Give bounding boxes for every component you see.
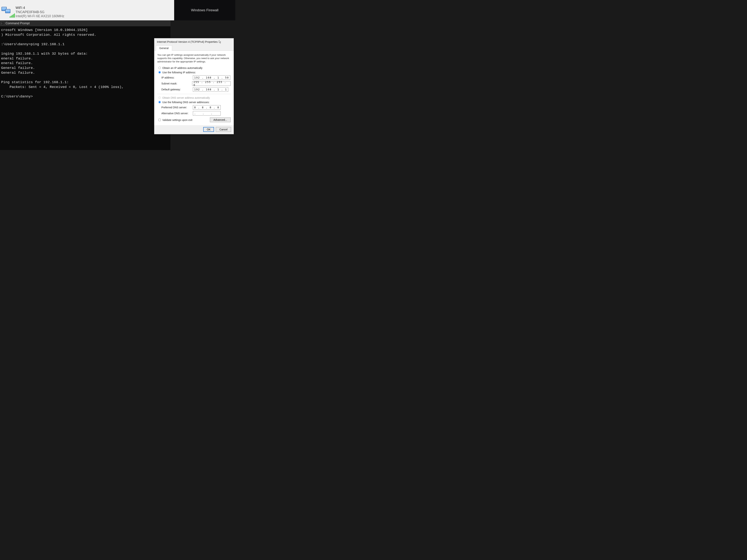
network-adapter-info[interactable]: WiFi 4 TNCAPE0F84B-5G Intel(R) Wi-Fi 6E … [16, 6, 64, 18]
input-ip-address[interactable]: 192 . 168 . 1 . 50 [193, 75, 230, 80]
adapter-name: WiFi 4 [16, 6, 64, 10]
input-default-gateway[interactable]: 192 . 168 . 1 . 1 [193, 87, 228, 92]
field-ip-address: IP address: 192 . 168 . 1 . 50 [161, 75, 231, 80]
field-preferred-dns: Preferred DNS server: 8 . 8 . 8 . 8 [161, 105, 231, 110]
field-subnet-mask: Subnet mask: 255 . 255 . 255 . 0 [161, 81, 231, 86]
field-alternative-dns: Alternative DNS server: . . . [161, 111, 231, 115]
dialog-button-row: OK Cancel [154, 125, 234, 134]
firewall-label: Windows Firewall [191, 8, 218, 12]
radio-use-ip[interactable] [158, 71, 161, 74]
radio-use-dns[interactable] [158, 101, 161, 103]
command-prompt-title: Command Prompt [5, 22, 30, 25]
ok-button[interactable]: OK [203, 127, 214, 132]
radio-obtain-ip-label: Obtain an IP address automatically [162, 66, 203, 70]
advanced-button[interactable]: Advanced... [210, 117, 231, 122]
radio-use-ip-label: Use the following IP address: [162, 71, 196, 74]
checkbox-validate-label: Validate settings upon exit [162, 118, 192, 122]
label-mask: Subnet mask: [161, 82, 192, 85]
input-subnet-mask[interactable]: 255 . 255 . 255 . 0 [192, 81, 231, 86]
radio-obtain-ip-row[interactable]: Obtain an IP address automatically [157, 66, 231, 70]
label-alternative-dns: Alternative DNS server: [161, 112, 193, 115]
label-ip: IP address: [161, 76, 193, 79]
ipv4-general-panel: You can get IP settings assigned automat… [154, 51, 234, 125]
command-prompt-titlebar[interactable]: c: Command Prompt [0, 20, 171, 26]
ipv4-tabstrip: General [154, 45, 234, 51]
radio-obtain-dns-row: Obtain DNS server address automatically [157, 96, 231, 99]
ipv4-properties-dialog[interactable]: Internet Protocol Version 4 (TCP/IPv4) P… [154, 38, 234, 134]
radio-obtain-ip[interactable] [158, 67, 161, 69]
label-gateway: Default gateway: [161, 88, 193, 91]
radio-use-dns-row[interactable]: Use the following DNS server addresses: [157, 101, 231, 104]
ipv4-description: You can get IP settings assigned automat… [157, 53, 231, 63]
command-prompt-window[interactable]: c: Command Prompt crosoft Windows [Versi… [0, 20, 171, 150]
firewall-panel-label[interactable]: Windows Firewall [174, 0, 235, 20]
cursor-icon [219, 41, 222, 44]
command-prompt-output[interactable]: crosoft Windows [Version 10.0.19044.1526… [0, 26, 171, 101]
adapter-model: Intel(R) Wi-Fi 6E AX210 160MHz [16, 14, 64, 18]
field-default-gateway: Default gateway: 192 . 168 . 1 . 1 [161, 87, 231, 92]
cancel-button[interactable]: Cancel [216, 127, 231, 132]
cmd-icon: c: [1, 22, 4, 25]
checkbox-validate[interactable] [158, 119, 161, 121]
radio-use-ip-row[interactable]: Use the following IP address: [157, 71, 231, 74]
divider [157, 94, 231, 94]
adapter-ssid: TNCAPE0F84B-5G [16, 10, 64, 14]
label-preferred-dns: Preferred DNS server: [161, 106, 193, 109]
radio-use-dns-label: Use the following DNS server addresses: [162, 101, 209, 104]
ipv4-title-text: Internet Protocol Version 4 (TCP/IPv4) P… [157, 40, 218, 43]
input-alternative-dns[interactable]: . . . [193, 111, 221, 115]
radio-obtain-dns-label: Obtain DNS server address automatically [162, 96, 210, 99]
tab-general[interactable]: General [156, 45, 172, 51]
input-preferred-dns[interactable]: 8 . 8 . 8 . 8 [193, 105, 221, 110]
wifi-adapter-icon [1, 6, 12, 18]
ipv4-dialog-title: Internet Protocol Version 4 (TCP/IPv4) P… [154, 38, 234, 45]
radio-obtain-dns [158, 97, 161, 99]
